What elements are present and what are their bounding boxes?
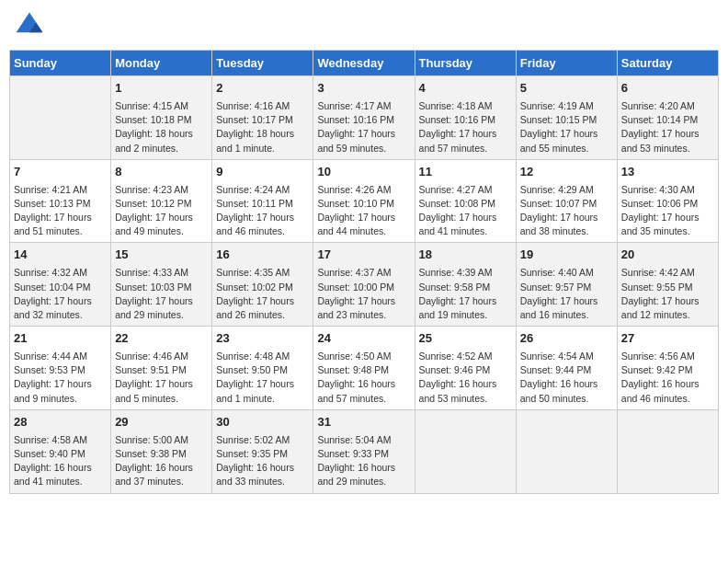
weekday-header-monday: Monday	[111, 51, 212, 76]
calendar-week-row: 1Sunrise: 4:15 AM Sunset: 10:18 PM Dayli…	[10, 76, 719, 160]
day-info: Sunrise: 4:30 AM Sunset: 10:06 PM Daylig…	[621, 183, 714, 239]
day-info: Sunrise: 4:52 AM Sunset: 9:46 PM Dayligh…	[419, 350, 512, 406]
calendar-cell: 15Sunrise: 4:33 AM Sunset: 10:03 PM Dayl…	[111, 243, 212, 327]
calendar-cell	[516, 409, 617, 493]
calendar-cell: 4Sunrise: 4:18 AM Sunset: 10:16 PM Dayli…	[415, 76, 516, 160]
day-info: Sunrise: 4:44 AM Sunset: 9:53 PM Dayligh…	[14, 350, 107, 406]
weekday-header-saturday: Saturday	[617, 51, 718, 76]
day-info: Sunrise: 4:50 AM Sunset: 9:48 PM Dayligh…	[317, 350, 410, 406]
day-number: 29	[115, 414, 208, 431]
calendar-table: SundayMondayTuesdayWednesdayThursdayFrid…	[9, 50, 719, 494]
day-info: Sunrise: 4:58 AM Sunset: 9:40 PM Dayligh…	[14, 433, 107, 489]
weekday-header-wednesday: Wednesday	[313, 51, 415, 76]
calendar-cell: 29Sunrise: 5:00 AM Sunset: 9:38 PM Dayli…	[111, 409, 212, 493]
day-info: Sunrise: 4:19 AM Sunset: 10:15 PM Daylig…	[520, 99, 613, 155]
calendar-cell: 13Sunrise: 4:30 AM Sunset: 10:06 PM Dayl…	[617, 159, 718, 243]
calendar-cell: 28Sunrise: 4:58 AM Sunset: 9:40 PM Dayli…	[10, 409, 111, 493]
calendar-cell: 14Sunrise: 4:32 AM Sunset: 10:04 PM Dayl…	[10, 243, 111, 327]
day-number: 17	[317, 247, 410, 264]
calendar-cell	[10, 76, 111, 160]
calendar-week-row: 7Sunrise: 4:21 AM Sunset: 10:13 PM Dayli…	[10, 159, 719, 243]
day-info: Sunrise: 4:37 AM Sunset: 10:00 PM Daylig…	[317, 266, 410, 322]
day-number: 20	[621, 247, 714, 264]
day-info: Sunrise: 4:24 AM Sunset: 10:11 PM Daylig…	[216, 183, 309, 239]
calendar-cell: 26Sunrise: 4:54 AM Sunset: 9:44 PM Dayli…	[516, 327, 617, 410]
calendar-cell: 10Sunrise: 4:26 AM Sunset: 10:10 PM Dayl…	[313, 159, 415, 243]
day-info: Sunrise: 4:21 AM Sunset: 10:13 PM Daylig…	[14, 183, 107, 239]
weekday-header-friday: Friday	[516, 51, 617, 76]
calendar-week-row: 21Sunrise: 4:44 AM Sunset: 9:53 PM Dayli…	[10, 327, 719, 410]
calendar-cell: 1Sunrise: 4:15 AM Sunset: 10:18 PM Dayli…	[111, 76, 212, 160]
calendar-cell: 31Sunrise: 5:04 AM Sunset: 9:33 PM Dayli…	[313, 409, 415, 493]
day-number: 21	[14, 330, 107, 348]
day-info: Sunrise: 5:04 AM Sunset: 9:33 PM Dayligh…	[317, 433, 410, 489]
calendar-cell: 6Sunrise: 4:20 AM Sunset: 10:14 PM Dayli…	[617, 76, 718, 160]
day-number: 18	[419, 247, 512, 264]
day-info: Sunrise: 4:54 AM Sunset: 9:44 PM Dayligh…	[520, 350, 613, 406]
day-info: Sunrise: 4:17 AM Sunset: 10:16 PM Daylig…	[317, 99, 410, 155]
logo-icon	[13, 9, 46, 42]
day-number: 31	[317, 414, 410, 431]
day-info: Sunrise: 5:00 AM Sunset: 9:38 PM Dayligh…	[115, 433, 208, 489]
day-number: 5	[520, 80, 613, 98]
day-info: Sunrise: 5:02 AM Sunset: 9:35 PM Dayligh…	[216, 433, 309, 489]
day-info: Sunrise: 4:29 AM Sunset: 10:07 PM Daylig…	[520, 183, 613, 239]
day-info: Sunrise: 4:40 AM Sunset: 9:57 PM Dayligh…	[520, 266, 613, 322]
day-number: 4	[419, 80, 512, 98]
calendar-cell: 17Sunrise: 4:37 AM Sunset: 10:00 PM Dayl…	[313, 243, 415, 327]
calendar-cell: 9Sunrise: 4:24 AM Sunset: 10:11 PM Dayli…	[212, 159, 313, 243]
day-info: Sunrise: 4:42 AM Sunset: 9:55 PM Dayligh…	[621, 266, 714, 322]
day-info: Sunrise: 4:16 AM Sunset: 10:17 PM Daylig…	[216, 99, 309, 155]
day-info: Sunrise: 4:27 AM Sunset: 10:08 PM Daylig…	[419, 183, 512, 239]
calendar-cell: 8Sunrise: 4:23 AM Sunset: 10:12 PM Dayli…	[111, 159, 212, 243]
calendar-cell: 5Sunrise: 4:19 AM Sunset: 10:15 PM Dayli…	[516, 76, 617, 160]
day-number: 16	[216, 247, 309, 264]
calendar-cell: 19Sunrise: 4:40 AM Sunset: 9:57 PM Dayli…	[516, 243, 617, 327]
day-info: Sunrise: 4:56 AM Sunset: 9:42 PM Dayligh…	[621, 350, 714, 406]
calendar-cell: 12Sunrise: 4:29 AM Sunset: 10:07 PM Dayl…	[516, 159, 617, 243]
calendar-body: 1Sunrise: 4:15 AM Sunset: 10:18 PM Dayli…	[10, 76, 719, 494]
day-number: 30	[216, 414, 309, 431]
weekday-header-sunday: Sunday	[10, 51, 111, 76]
calendar-cell: 16Sunrise: 4:35 AM Sunset: 10:02 PM Dayl…	[212, 243, 313, 327]
calendar-week-row: 28Sunrise: 4:58 AM Sunset: 9:40 PM Dayli…	[10, 409, 719, 493]
day-number: 12	[520, 164, 613, 181]
day-number: 1	[115, 80, 208, 98]
calendar-cell: 20Sunrise: 4:42 AM Sunset: 9:55 PM Dayli…	[617, 243, 718, 327]
calendar-cell: 7Sunrise: 4:21 AM Sunset: 10:13 PM Dayli…	[10, 159, 111, 243]
weekday-header-tuesday: Tuesday	[212, 51, 313, 76]
day-number: 24	[317, 330, 410, 348]
logo	[13, 9, 50, 42]
day-info: Sunrise: 4:48 AM Sunset: 9:50 PM Dayligh…	[216, 350, 309, 406]
calendar-cell: 23Sunrise: 4:48 AM Sunset: 9:50 PM Dayli…	[212, 327, 313, 410]
calendar-week-row: 14Sunrise: 4:32 AM Sunset: 10:04 PM Dayl…	[10, 243, 719, 327]
calendar-cell: 25Sunrise: 4:52 AM Sunset: 9:46 PM Dayli…	[415, 327, 516, 410]
weekday-header-row: SundayMondayTuesdayWednesdayThursdayFrid…	[10, 51, 719, 76]
day-number: 15	[115, 247, 208, 264]
calendar-header: SundayMondayTuesdayWednesdayThursdayFrid…	[10, 51, 719, 76]
day-number: 8	[115, 164, 208, 181]
day-number: 2	[216, 80, 309, 98]
calendar-cell: 27Sunrise: 4:56 AM Sunset: 9:42 PM Dayli…	[617, 327, 718, 410]
day-number: 27	[621, 330, 714, 348]
calendar-cell: 11Sunrise: 4:27 AM Sunset: 10:08 PM Dayl…	[415, 159, 516, 243]
day-number: 6	[621, 80, 714, 98]
day-number: 22	[115, 330, 208, 348]
day-info: Sunrise: 4:26 AM Sunset: 10:10 PM Daylig…	[317, 183, 410, 239]
day-info: Sunrise: 4:33 AM Sunset: 10:03 PM Daylig…	[115, 266, 208, 322]
day-number: 19	[520, 247, 613, 264]
calendar-cell: 3Sunrise: 4:17 AM Sunset: 10:16 PM Dayli…	[313, 76, 415, 160]
day-number: 23	[216, 330, 309, 348]
day-number: 11	[419, 164, 512, 181]
calendar-cell: 24Sunrise: 4:50 AM Sunset: 9:48 PM Dayli…	[313, 327, 415, 410]
day-number: 3	[317, 80, 410, 98]
day-info: Sunrise: 4:35 AM Sunset: 10:02 PM Daylig…	[216, 266, 309, 322]
day-number: 28	[14, 414, 107, 431]
day-info: Sunrise: 4:20 AM Sunset: 10:14 PM Daylig…	[621, 99, 714, 155]
day-info: Sunrise: 4:23 AM Sunset: 10:12 PM Daylig…	[115, 183, 208, 239]
day-number: 14	[14, 247, 107, 264]
calendar-cell: 21Sunrise: 4:44 AM Sunset: 9:53 PM Dayli…	[10, 327, 111, 410]
day-number: 25	[419, 330, 512, 348]
day-info: Sunrise: 4:39 AM Sunset: 9:58 PM Dayligh…	[419, 266, 512, 322]
day-info: Sunrise: 4:15 AM Sunset: 10:18 PM Daylig…	[115, 99, 208, 155]
